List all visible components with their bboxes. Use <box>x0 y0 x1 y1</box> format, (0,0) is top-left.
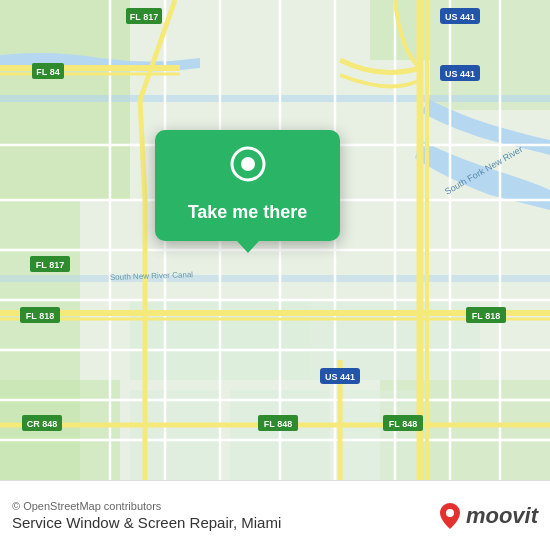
svg-text:FL 817: FL 817 <box>36 260 64 270</box>
copyright-text: © OpenStreetMap contributors <box>12 500 438 512</box>
svg-text:CR 848: CR 848 <box>27 419 58 429</box>
location-pin-icon <box>226 146 270 190</box>
svg-text:US 441: US 441 <box>445 69 475 79</box>
take-me-there-button[interactable]: Take me there <box>188 202 308 223</box>
svg-text:FL 84: FL 84 <box>36 67 59 77</box>
moovit-logo: moovit <box>438 501 538 531</box>
svg-point-63 <box>446 509 454 517</box>
bottom-text: © OpenStreetMap contributors Service Win… <box>12 500 438 532</box>
svg-point-62 <box>241 157 255 171</box>
popup-card: Take me there <box>155 130 340 241</box>
svg-line-34 <box>140 100 145 200</box>
map-container: South Fork New River FL 817 US 441 FL 84… <box>0 0 550 480</box>
location-name: Service Window & Screen Repair, Miami <box>12 514 281 531</box>
pin-wrapper <box>226 146 270 194</box>
svg-text:FL 818: FL 818 <box>472 311 500 321</box>
svg-text:FL 817: FL 817 <box>130 12 158 22</box>
svg-text:FL 848: FL 848 <box>389 419 417 429</box>
svg-text:US 441: US 441 <box>445 12 475 22</box>
svg-rect-10 <box>340 390 420 480</box>
moovit-pin-icon <box>438 501 462 531</box>
svg-text:US 441: US 441 <box>325 372 355 382</box>
bottom-bar: © OpenStreetMap contributors Service Win… <box>0 480 550 550</box>
svg-text:FL 818: FL 818 <box>26 311 54 321</box>
svg-text:FL 848: FL 848 <box>264 419 292 429</box>
moovit-text: moovit <box>466 503 538 529</box>
